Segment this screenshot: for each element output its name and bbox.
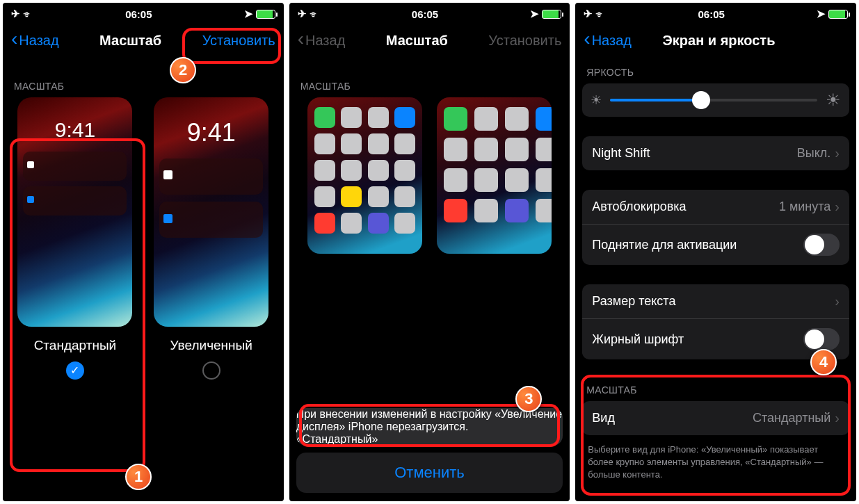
status-time: 06:05: [412, 8, 438, 20]
back-label: Назад: [19, 33, 58, 49]
airplane-icon: ✈: [298, 8, 307, 20]
night-shift-cell[interactable]: Night Shift Выкл.›: [582, 136, 849, 170]
status-bar: ✈ᯤ 06:05 ➤: [289, 3, 570, 24]
night-shift-label: Night Shift: [592, 146, 650, 161]
sheet-confirm-button[interactable]: «Стандартный»: [296, 433, 563, 446]
marker-4: 4: [810, 349, 837, 375]
autolock-value: 1 минута: [779, 200, 830, 214]
zoom-section-label: МАСШТАБ: [575, 379, 856, 401]
raise-toggle[interactable]: [803, 234, 840, 256]
chevron-right-icon: ›: [835, 145, 840, 161]
sheet-cancel-button[interactable]: Отменить: [296, 453, 563, 493]
nav-title: Масштаб: [386, 33, 448, 49]
panel-3-display-settings: ✈ᯤ 06:05 ➤ ‹Назад Экран и яркость ЯРКОСТ…: [575, 3, 856, 501]
set-button[interactable]: Установить: [202, 33, 275, 49]
night-shift-group: Night Shift Выкл.›: [582, 136, 849, 170]
text-size-cell[interactable]: Размер текста ›: [582, 284, 849, 319]
preview-enlarged: 9:41: [154, 97, 268, 327]
back-button[interactable]: ‹Назад: [584, 33, 632, 49]
location-icon: ➤: [817, 8, 826, 20]
view-footer: Выберите вид для iPhone: «Увеличенный» п…: [575, 439, 856, 491]
radio-enlarged[interactable]: [202, 361, 220, 380]
radio-standard[interactable]: [66, 361, 84, 380]
airplane-icon: ✈: [584, 8, 593, 20]
option-enlarged-label: Увеличенный: [152, 338, 271, 353]
set-button: Установить: [488, 33, 561, 49]
status-time: 06:05: [125, 8, 152, 20]
autolock-label: Автоблокировка: [592, 200, 686, 214]
status-bar: ✈ᯤ 06:05 ➤: [3, 3, 284, 24]
chevron-right-icon: ›: [835, 199, 840, 215]
nav-bar: ‹Назад Масштаб Установить: [289, 24, 570, 60]
view-value: Стандартный: [753, 411, 830, 425]
raise-label: Поднятие для активации: [592, 238, 737, 252]
chevron-right-icon: ›: [835, 410, 840, 426]
preview-time: 9:41: [154, 118, 268, 147]
option-standard[interactable]: 9:41 Стандартный: [16, 97, 134, 380]
brightness-group: ☀︎ ☀︎: [582, 83, 849, 117]
sheet-message: При внесении изменений в настройку «Увел…: [296, 408, 563, 433]
raise-to-wake-cell[interactable]: Поднятие для активации: [582, 225, 849, 265]
text-size-label: Размер текста: [592, 294, 675, 309]
brightness-slider[interactable]: ☀︎ ☀︎: [582, 83, 849, 117]
status-time: 06:05: [698, 8, 724, 20]
night-shift-value: Выкл.: [797, 146, 831, 161]
back-button[interactable]: ‹Назад: [11, 33, 59, 49]
preview-standard: 9:41: [17, 97, 132, 327]
battery-icon: [256, 10, 275, 19]
location-icon: ➤: [244, 8, 253, 20]
wifi-icon: ᯤ: [310, 8, 320, 20]
section-label: МАСШТАБ: [3, 60, 284, 97]
preview-time: 9:41: [17, 118, 132, 142]
back-button: ‹Назад: [298, 33, 346, 49]
battery-icon: [828, 10, 848, 19]
view-cell[interactable]: Вид Стандартный›: [582, 401, 849, 435]
autolock-cell[interactable]: Автоблокировка 1 минута›: [582, 190, 849, 225]
sun-small-icon: ☀︎: [591, 92, 602, 108]
back-label: Назад: [305, 33, 345, 49]
panel-2-action-sheet: ✈ᯤ 06:05 ➤ ‹Назад Масштаб Установить МАС…: [289, 3, 570, 501]
action-sheet: При внесении изменений в настройку «Увел…: [289, 408, 570, 501]
battery-icon: [542, 10, 561, 19]
wifi-icon: ᯤ: [595, 8, 606, 20]
lock-group: Автоблокировка 1 минута› Поднятие для ак…: [582, 190, 849, 265]
nav-bar: ‹Назад Масштаб Установить: [3, 24, 284, 60]
nav-title: Экран и яркость: [663, 33, 776, 49]
nav-bar: ‹Назад Экран и яркость: [575, 24, 856, 60]
marker-2: 2: [170, 57, 196, 83]
panel-1-zoom-select: ✈ᯤ 06:05 ➤ ‹Назад Масштаб Установить МАС…: [3, 3, 284, 501]
home-preview-standard: [307, 97, 422, 254]
location-icon: ➤: [530, 8, 539, 20]
chevron-right-icon: ›: [835, 293, 840, 309]
option-enlarged[interactable]: 9:41 Увеличенный: [152, 97, 271, 380]
wifi-icon: ᯤ: [23, 8, 33, 20]
section-label: МАСШТАБ: [289, 60, 570, 97]
option-standard-label: Стандартный: [16, 338, 134, 353]
bold-toggle[interactable]: [803, 328, 840, 350]
back-label: Назад: [592, 33, 632, 49]
marker-1: 1: [125, 464, 152, 490]
home-preview-enlarged: [437, 97, 552, 254]
nav-title: Масштаб: [99, 33, 161, 49]
text-group: Размер текста › Жирный шрифт: [582, 284, 849, 359]
status-bar: ✈ᯤ 06:05 ➤: [575, 3, 856, 24]
airplane-icon: ✈: [11, 8, 20, 20]
view-group: Вид Стандартный›: [582, 401, 849, 435]
view-label: Вид: [592, 411, 615, 425]
sun-large-icon: ☀︎: [826, 90, 841, 110]
bold-text-cell[interactable]: Жирный шрифт: [582, 319, 849, 359]
brightness-label: ЯРКОСТЬ: [575, 60, 856, 83]
bold-label: Жирный шрифт: [592, 332, 684, 347]
